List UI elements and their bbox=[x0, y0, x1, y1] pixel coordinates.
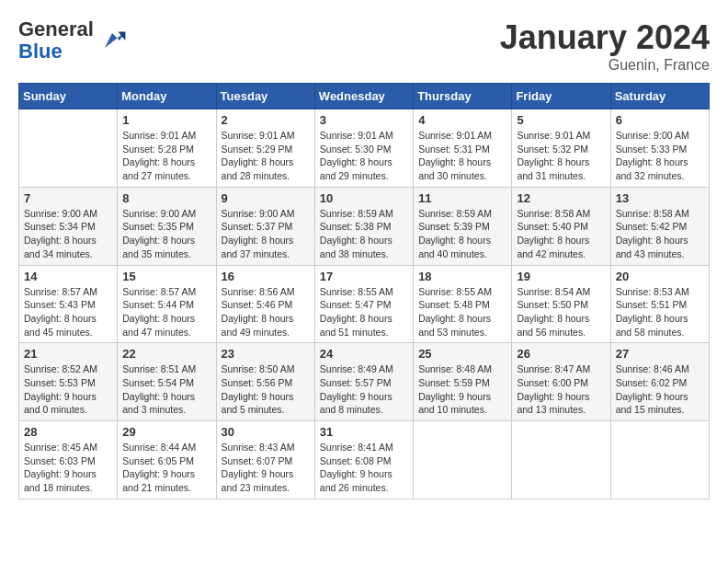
calendar-cell: 12Sunrise: 8:58 AMSunset: 5:40 PMDayligh… bbox=[512, 187, 610, 265]
day-header-wednesday: Wednesday bbox=[314, 84, 413, 109]
calendar-cell: 26Sunrise: 8:47 AMSunset: 6:00 PMDayligh… bbox=[512, 343, 610, 421]
day-detail: Sunrise: 9:01 AMSunset: 5:32 PMDaylight:… bbox=[517, 129, 605, 183]
day-detail: Sunrise: 8:59 AMSunset: 5:38 PMDaylight:… bbox=[320, 207, 408, 261]
calendar-header-row: SundayMondayTuesdayWednesdayThursdayFrid… bbox=[19, 84, 710, 109]
day-detail: Sunrise: 8:45 AMSunset: 6:03 PMDaylight:… bbox=[24, 441, 112, 495]
calendar-week-row: 7Sunrise: 9:00 AMSunset: 5:34 PMDaylight… bbox=[19, 187, 710, 265]
day-number: 31 bbox=[320, 425, 408, 439]
day-header-thursday: Thursday bbox=[414, 84, 512, 109]
calendar-cell: 4Sunrise: 9:01 AMSunset: 5:31 PMDaylight… bbox=[414, 109, 512, 188]
day-header-friday: Friday bbox=[512, 84, 610, 109]
calendar-cell: 22Sunrise: 8:51 AMSunset: 5:54 PMDayligh… bbox=[118, 343, 216, 421]
day-number: 16 bbox=[222, 270, 310, 283]
calendar-cell: 5Sunrise: 9:01 AMSunset: 5:32 PMDaylight… bbox=[512, 109, 610, 188]
calendar-cell: 28Sunrise: 8:45 AMSunset: 6:03 PMDayligh… bbox=[19, 421, 118, 500]
day-number: 26 bbox=[517, 347, 605, 361]
calendar-cell: 21Sunrise: 8:52 AMSunset: 5:53 PMDayligh… bbox=[19, 343, 118, 421]
calendar-cell: 7Sunrise: 9:00 AMSunset: 5:34 PMDaylight… bbox=[19, 187, 118, 265]
calendar-cell: 15Sunrise: 8:57 AMSunset: 5:44 PMDayligh… bbox=[118, 265, 216, 343]
day-detail: Sunrise: 8:51 AMSunset: 5:54 PMDaylight:… bbox=[122, 362, 210, 417]
day-number: 7 bbox=[24, 191, 112, 205]
day-number: 9 bbox=[222, 191, 310, 205]
day-detail: Sunrise: 8:50 AMSunset: 5:56 PMDaylight:… bbox=[222, 362, 310, 417]
day-number: 4 bbox=[418, 113, 506, 127]
day-number: 18 bbox=[418, 270, 506, 283]
location: Guenin, France bbox=[500, 57, 710, 74]
month-title: January 2024 bbox=[500, 18, 710, 57]
day-number: 12 bbox=[517, 191, 605, 205]
calendar-table: SundayMondayTuesdayWednesdayThursdayFrid… bbox=[18, 83, 710, 500]
calendar-week-row: 14Sunrise: 8:57 AMSunset: 5:43 PMDayligh… bbox=[19, 265, 710, 343]
day-number: 15 bbox=[122, 270, 210, 283]
day-number: 17 bbox=[320, 270, 408, 283]
calendar-cell bbox=[414, 421, 512, 500]
calendar-cell: 25Sunrise: 8:48 AMSunset: 5:59 PMDayligh… bbox=[414, 343, 512, 421]
day-number: 1 bbox=[122, 113, 210, 127]
calendar-cell: 29Sunrise: 8:44 AMSunset: 6:05 PMDayligh… bbox=[118, 421, 216, 500]
logo-icon bbox=[97, 26, 127, 55]
day-detail: Sunrise: 8:44 AMSunset: 6:05 PMDaylight:… bbox=[122, 441, 210, 495]
calendar-cell: 1Sunrise: 9:01 AMSunset: 5:28 PMDaylight… bbox=[118, 109, 216, 188]
calendar-cell: 14Sunrise: 8:57 AMSunset: 5:43 PMDayligh… bbox=[19, 265, 118, 343]
day-number: 11 bbox=[418, 191, 506, 205]
day-number: 22 bbox=[122, 347, 210, 361]
calendar-cell: 2Sunrise: 9:01 AMSunset: 5:29 PMDaylight… bbox=[216, 109, 314, 188]
day-number: 19 bbox=[517, 270, 605, 283]
day-detail: Sunrise: 9:00 AMSunset: 5:35 PMDaylight:… bbox=[122, 207, 210, 261]
title-block: January 2024 Guenin, France bbox=[500, 18, 710, 74]
calendar-cell: 23Sunrise: 8:50 AMSunset: 5:56 PMDayligh… bbox=[216, 343, 314, 421]
day-number: 10 bbox=[320, 191, 408, 205]
day-detail: Sunrise: 8:54 AMSunset: 5:50 PMDaylight:… bbox=[517, 285, 605, 339]
day-header-saturday: Saturday bbox=[610, 84, 709, 109]
day-number: 20 bbox=[616, 270, 704, 283]
day-detail: Sunrise: 8:58 AMSunset: 5:40 PMDaylight:… bbox=[517, 207, 605, 261]
day-detail: Sunrise: 9:00 AMSunset: 5:37 PMDaylight:… bbox=[222, 207, 310, 261]
calendar-cell: 19Sunrise: 8:54 AMSunset: 5:50 PMDayligh… bbox=[512, 265, 610, 343]
calendar-cell bbox=[512, 421, 610, 500]
day-detail: Sunrise: 8:48 AMSunset: 5:59 PMDaylight:… bbox=[418, 362, 506, 417]
day-detail: Sunrise: 9:01 AMSunset: 5:31 PMDaylight:… bbox=[418, 129, 506, 183]
day-number: 21 bbox=[24, 347, 112, 361]
calendar-cell bbox=[610, 421, 709, 500]
day-detail: Sunrise: 9:01 AMSunset: 5:29 PMDaylight:… bbox=[222, 129, 310, 183]
day-number: 2 bbox=[222, 113, 310, 127]
day-number: 23 bbox=[222, 347, 310, 361]
day-detail: Sunrise: 8:52 AMSunset: 5:53 PMDaylight:… bbox=[24, 362, 112, 417]
day-detail: Sunrise: 8:57 AMSunset: 5:43 PMDaylight:… bbox=[24, 285, 112, 339]
calendar-week-row: 1Sunrise: 9:01 AMSunset: 5:28 PMDaylight… bbox=[19, 109, 710, 188]
calendar-cell: 24Sunrise: 8:49 AMSunset: 5:57 PMDayligh… bbox=[314, 343, 413, 421]
calendar-cell bbox=[19, 109, 118, 188]
logo-general-text: General bbox=[18, 17, 94, 40]
calendar-cell: 8Sunrise: 9:00 AMSunset: 5:35 PMDaylight… bbox=[118, 187, 216, 265]
day-detail: Sunrise: 8:53 AMSunset: 5:51 PMDaylight:… bbox=[616, 285, 704, 339]
day-detail: Sunrise: 8:55 AMSunset: 5:48 PMDaylight:… bbox=[418, 285, 506, 339]
calendar-cell: 18Sunrise: 8:55 AMSunset: 5:48 PMDayligh… bbox=[414, 265, 512, 343]
calendar-cell: 6Sunrise: 9:00 AMSunset: 5:33 PMDaylight… bbox=[610, 109, 709, 188]
day-number: 25 bbox=[418, 347, 506, 361]
day-number: 27 bbox=[616, 347, 704, 361]
day-detail: Sunrise: 8:55 AMSunset: 5:47 PMDaylight:… bbox=[320, 285, 408, 339]
day-number: 8 bbox=[122, 191, 210, 205]
calendar-cell: 11Sunrise: 8:59 AMSunset: 5:39 PMDayligh… bbox=[414, 187, 512, 265]
day-number: 6 bbox=[616, 113, 704, 127]
day-detail: Sunrise: 8:46 AMSunset: 6:02 PMDaylight:… bbox=[616, 362, 704, 417]
day-number: 5 bbox=[517, 113, 605, 127]
calendar-cell: 30Sunrise: 8:43 AMSunset: 6:07 PMDayligh… bbox=[216, 421, 314, 500]
day-header-sunday: Sunday bbox=[19, 84, 118, 109]
calendar-week-row: 21Sunrise: 8:52 AMSunset: 5:53 PMDayligh… bbox=[19, 343, 710, 421]
day-number: 13 bbox=[616, 191, 704, 205]
day-header-tuesday: Tuesday bbox=[216, 84, 314, 109]
calendar-cell: 3Sunrise: 9:01 AMSunset: 5:30 PMDaylight… bbox=[314, 109, 413, 188]
calendar-cell: 31Sunrise: 8:41 AMSunset: 6:08 PMDayligh… bbox=[314, 421, 413, 500]
day-detail: Sunrise: 9:01 AMSunset: 5:30 PMDaylight:… bbox=[320, 129, 408, 183]
calendar-cell: 9Sunrise: 9:00 AMSunset: 5:37 PMDaylight… bbox=[216, 187, 314, 265]
day-number: 30 bbox=[222, 425, 310, 439]
day-detail: Sunrise: 9:00 AMSunset: 5:34 PMDaylight:… bbox=[24, 207, 112, 261]
logo: General Blue bbox=[18, 18, 127, 63]
day-header-monday: Monday bbox=[118, 84, 216, 109]
logo-blue-text: Blue bbox=[18, 40, 63, 63]
page-header: General Blue January 2024 Guenin, France bbox=[18, 18, 710, 74]
day-number: 3 bbox=[320, 113, 408, 127]
day-number: 24 bbox=[320, 347, 408, 361]
calendar-week-row: 28Sunrise: 8:45 AMSunset: 6:03 PMDayligh… bbox=[19, 421, 710, 500]
